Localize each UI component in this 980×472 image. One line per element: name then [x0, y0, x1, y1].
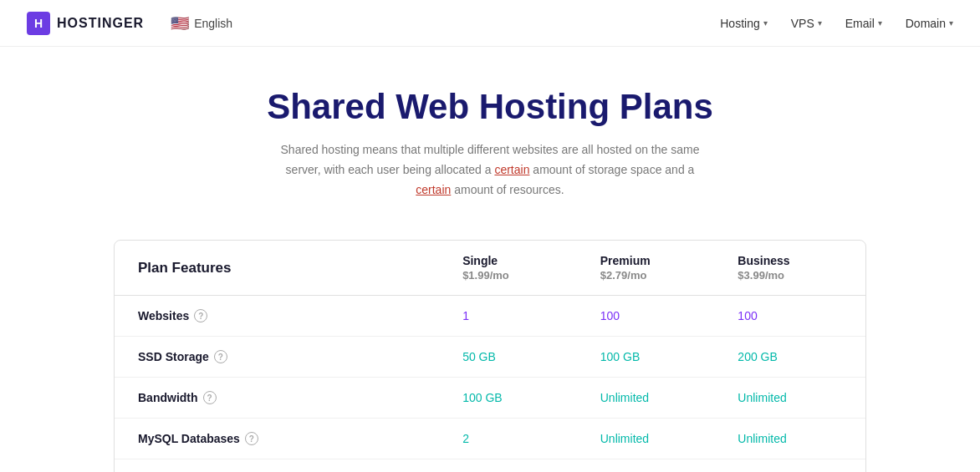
table-row: Free Domain Name?✗✓✓ [115, 459, 865, 472]
feature-column-header: Plan Features [115, 241, 452, 296]
nav-vps[interactable]: VPS ▾ [791, 17, 822, 30]
chevron-down-icon: ▾ [878, 18, 882, 28]
chevron-down-icon: ▾ [763, 18, 768, 28]
logo[interactable]: H HOSTINGER [27, 12, 144, 35]
value-cell: ✓ [727, 459, 865, 472]
language-switcher[interactable]: 🇺🇸 English [171, 14, 232, 33]
value-cell: Unlimited [590, 378, 728, 419]
feature-label: SSD Storage [138, 350, 209, 363]
hero-subtitle: Shared hosting means that multiple diffe… [273, 140, 707, 200]
logo-text: HOSTINGER [57, 16, 144, 31]
nav-domain[interactable]: Domain ▾ [906, 17, 953, 30]
table-row: Bandwidth?100 GBUnlimitedUnlimited [115, 378, 865, 419]
table-body: Websites?1100100SSD Storage?50 GB100 GB2… [115, 296, 865, 472]
comparison-table: Plan Features Single $1.99/mo Premium $2… [115, 241, 865, 472]
plan-header-single: Single $1.99/mo [452, 241, 590, 296]
feature-label: MySQL Databases [138, 432, 240, 445]
comparison-table-container: Plan Features Single $1.99/mo Premium $2… [114, 240, 866, 472]
value-cell: 100 [727, 296, 865, 337]
info-icon[interactable]: ? [203, 391, 217, 404]
nav-right: Hosting ▾ VPS ▾ Email ▾ Domain ▾ [720, 17, 953, 30]
plan-header-business: Business $3.99/mo [727, 241, 865, 296]
feature-label: Websites [138, 309, 189, 322]
page-title: Shared Web Hosting Plans [17, 87, 963, 127]
table-row: SSD Storage?50 GB100 GB200 GB [115, 337, 865, 378]
subtitle-link[interactable]: certain [494, 163, 529, 176]
value-cell: Unlimited [727, 419, 865, 459]
value-cell: 100 [590, 296, 728, 337]
hero-section: Shared Web Hosting Plans Shared hosting … [0, 47, 980, 226]
info-icon[interactable]: ? [194, 309, 207, 322]
nav-email[interactable]: Email ▾ [845, 17, 882, 30]
plan-header-premium: Premium $2.79/mo [590, 241, 728, 296]
subtitle-link-2[interactable]: certain [416, 183, 451, 196]
chevron-down-icon: ▾ [949, 18, 953, 28]
value-cell: Unlimited [590, 419, 728, 459]
nav-left: H HOSTINGER 🇺🇸 English [27, 12, 232, 35]
info-icon[interactable]: ? [214, 350, 227, 363]
value-cell: 100 GB [590, 337, 728, 378]
value-cell: 50 GB [452, 337, 590, 378]
info-icon[interactable]: ? [245, 432, 258, 445]
chevron-down-icon: ▾ [818, 18, 822, 28]
value-cell: 1 [452, 296, 590, 337]
flag-icon: 🇺🇸 [171, 14, 189, 33]
feature-label: Bandwidth [138, 391, 198, 404]
table-header: Plan Features Single $1.99/mo Premium $2… [115, 241, 865, 296]
value-cell: 200 GB [727, 337, 865, 378]
logo-icon: H [27, 12, 50, 35]
navbar: H HOSTINGER 🇺🇸 English Hosting ▾ VPS ▾ E… [0, 0, 980, 47]
value-cell: 2 [452, 419, 590, 459]
value-cell: Unlimited [727, 378, 865, 419]
value-cell: 100 GB [452, 378, 590, 419]
table-row: MySQL Databases?2UnlimitedUnlimited [115, 419, 865, 459]
value-cell: ✓ [590, 459, 728, 472]
language-label: English [194, 17, 232, 30]
nav-hosting[interactable]: Hosting ▾ [720, 17, 767, 30]
table-row: Websites?1100100 [115, 296, 865, 337]
value-cell: ✗ [452, 459, 590, 472]
